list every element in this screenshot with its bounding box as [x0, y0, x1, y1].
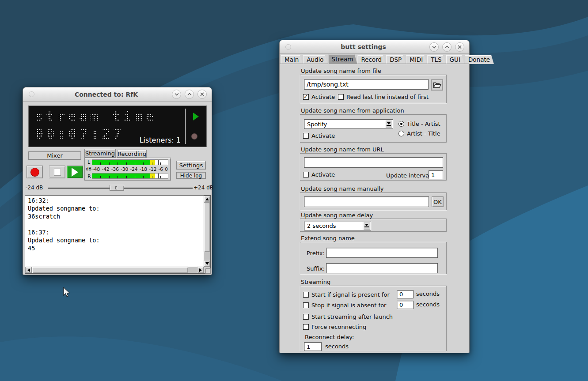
- record-button[interactable]: [27, 166, 43, 178]
- close-icon: [458, 45, 462, 49]
- resize-grip[interactable]: [205, 268, 211, 274]
- app-activate-checkbox[interactable]: [303, 133, 309, 139]
- close-button[interactable]: [455, 42, 464, 52]
- title-artist-radio[interactable]: [398, 121, 404, 127]
- settings-button[interactable]: Settings: [176, 161, 206, 170]
- start-seconds-label: seconds: [416, 290, 440, 297]
- prefix-input[interactable]: [326, 248, 438, 258]
- scale-tick: 0: [165, 166, 168, 172]
- main-titlebar[interactable]: Connected to: RfK: [23, 87, 212, 102]
- song-url-input[interactable]: [304, 157, 443, 168]
- mixer-button[interactable]: Mixer: [28, 151, 81, 160]
- vertical-scrollbar[interactable]: [204, 196, 210, 267]
- tab-dsp[interactable]: DSP: [386, 55, 406, 64]
- start-launch-checkbox[interactable]: [303, 314, 309, 320]
- force-reconnect-label: Force reconnecting: [311, 324, 366, 330]
- start-signal-seconds-input[interactable]: [397, 290, 413, 298]
- maximize-button[interactable]: [442, 42, 451, 52]
- app-activate-row[interactable]: Activate: [303, 132, 335, 139]
- window-menu-icon[interactable]: [285, 44, 291, 50]
- shade-button[interactable]: [429, 42, 439, 52]
- record-icon: [30, 168, 39, 177]
- start-signal-label: Start if signal is present for: [311, 291, 390, 298]
- scale-tick: -36: [111, 166, 119, 172]
- lcd-separator: [185, 109, 186, 144]
- reconnect-delay-input[interactable]: [304, 342, 322, 351]
- read-last-line-checkbox[interactable]: [338, 94, 344, 100]
- scroll-down-button[interactable]: [204, 260, 210, 267]
- url-activate-label: Activate: [311, 171, 335, 178]
- tab-record[interactable]: Record: [357, 55, 386, 64]
- stop-signal-row[interactable]: Stop if signal is absent for: [303, 302, 386, 309]
- stop-button[interactable]: [49, 166, 65, 178]
- start-launch-row[interactable]: Start streaming after launch: [303, 313, 393, 320]
- tab-midi[interactable]: MIDI: [406, 55, 427, 64]
- settings-titlebar[interactable]: butt settings: [280, 40, 469, 54]
- maximize-button[interactable]: [185, 90, 194, 99]
- tab-stream[interactable]: Stream: [328, 54, 357, 64]
- file-section-box: Activate Read last line instead of first: [300, 75, 447, 103]
- title-artist-row[interactable]: Title - Artist: [398, 121, 440, 127]
- song-file-path-input[interactable]: [304, 79, 429, 90]
- tab-gui[interactable]: GUI: [446, 55, 464, 64]
- application-select[interactable]: Spotify: [304, 119, 393, 129]
- chevron-down-icon: [432, 45, 436, 49]
- vertical-scroll-thumb[interactable]: [204, 202, 210, 252]
- file-activate-row[interactable]: Activate: [303, 94, 335, 100]
- settings-button-label: Settings: [179, 162, 203, 169]
- file-activate-label: Activate: [311, 94, 335, 100]
- tab-tls[interactable]: TLS: [427, 55, 445, 64]
- scroll-right-button[interactable]: [197, 267, 204, 273]
- tab-streaming[interactable]: Streaming: [84, 149, 116, 158]
- delay-section-label: Update song name delay: [301, 212, 373, 219]
- tab-recording[interactable]: Recording: [117, 150, 147, 158]
- artist-title-row[interactable]: Artist - Title: [398, 130, 440, 137]
- manual-ok-button[interactable]: OK: [432, 196, 444, 207]
- slider-handle[interactable]: [110, 185, 124, 191]
- start-signal-checkbox[interactable]: [303, 292, 309, 298]
- lcd-stream-time: 00:07:27: [35, 125, 124, 142]
- url-section-box: Activate Update interval: [300, 153, 447, 181]
- scroll-left-button[interactable]: [25, 267, 32, 273]
- close-button[interactable]: [197, 90, 207, 99]
- vu-meter: L dB R -48 -42 -36 -30 -24 -18 -12 -6 0: [84, 158, 171, 181]
- log-text[interactable]: 16:32: Updated songname to: 36scratch 16…: [28, 196, 202, 265]
- delay-select-value: 2 seconds: [307, 223, 336, 229]
- delay-select[interactable]: 2 seconds: [304, 221, 371, 230]
- arrow-right-icon: [199, 268, 202, 272]
- meter-scale: -48 -42 -36 -30 -24 -18 -12 -6 0: [92, 166, 168, 172]
- browse-file-button[interactable]: [431, 79, 443, 91]
- artist-title-radio[interactable]: [398, 131, 404, 136]
- read-last-line-row[interactable]: Read last line instead of first: [338, 94, 429, 100]
- tab-donate[interactable]: Donate: [465, 55, 494, 64]
- horizontal-scrollbar[interactable]: [25, 267, 204, 273]
- tab-main[interactable]: Main: [281, 55, 303, 64]
- tab-recording-label: Recording: [118, 151, 146, 157]
- scroll-up-button[interactable]: [204, 196, 210, 202]
- url-activate-row[interactable]: Activate: [303, 171, 335, 178]
- main-window-title: Connected to: RfK: [49, 91, 163, 98]
- meter-right-label: R: [87, 174, 91, 179]
- scale-tick: -48: [92, 166, 100, 172]
- url-activate-checkbox[interactable]: [303, 172, 309, 177]
- arrow-left-icon: [27, 268, 30, 272]
- update-interval-label: Update interval: [386, 172, 431, 179]
- file-activate-checkbox[interactable]: [303, 94, 309, 100]
- tab-label: Record: [361, 56, 382, 63]
- window-menu-icon[interactable]: [29, 91, 34, 97]
- manual-song-input[interactable]: [304, 196, 429, 207]
- force-reconnect-checkbox[interactable]: [303, 324, 309, 330]
- hide-log-button[interactable]: Hide log: [176, 172, 206, 179]
- horizontal-scroll-thumb[interactable]: [32, 267, 188, 273]
- suffix-input[interactable]: [326, 263, 438, 273]
- stop-signal-checkbox[interactable]: [303, 302, 309, 308]
- tab-label: Donate: [468, 56, 490, 63]
- tab-audio[interactable]: Audio: [303, 55, 327, 64]
- play-button[interactable]: [67, 166, 83, 178]
- dropdown-arrow-icon: [363, 222, 370, 230]
- start-signal-row[interactable]: Start if signal is present for: [303, 291, 390, 298]
- stop-signal-seconds-input[interactable]: [397, 301, 413, 309]
- force-reconnect-row[interactable]: Force reconnecting: [303, 324, 366, 330]
- update-interval-input[interactable]: [429, 170, 443, 179]
- shade-button[interactable]: [172, 90, 181, 99]
